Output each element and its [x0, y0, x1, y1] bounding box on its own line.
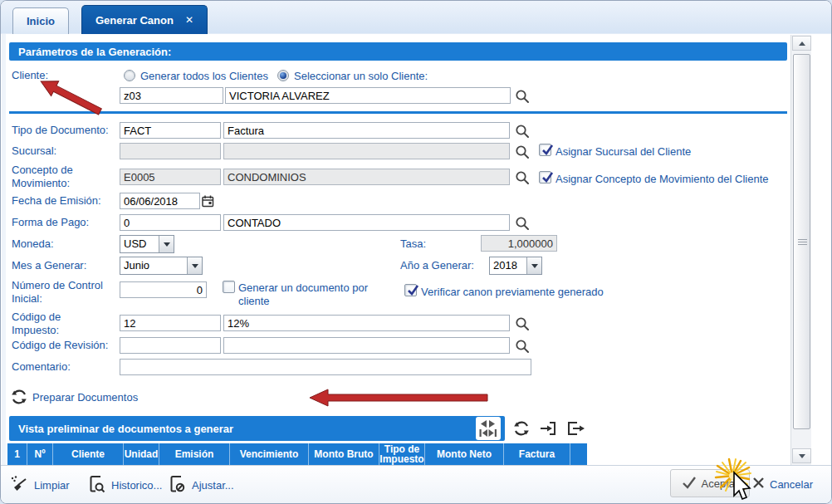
- column-header[interactable]: Emisión: [159, 443, 230, 465]
- codigo-impuesto-code-input[interactable]: [120, 315, 221, 331]
- ano-generar-value: 2018: [490, 257, 526, 274]
- import-icon[interactable]: [539, 419, 557, 441]
- asignar-concepto-checkbox[interactable]: [539, 171, 551, 183]
- codigo-impuesto-name-input[interactable]: [223, 315, 510, 331]
- forma-pago-search-icon[interactable]: [514, 215, 531, 235]
- tab-generar-canon-label: Generar Canon: [95, 14, 174, 27]
- aceptar-label: Aceptar: [702, 477, 739, 490]
- divider: [9, 111, 787, 114]
- pagination-arrows-icon[interactable]: [477, 418, 499, 438]
- forma-pago-code-input[interactable]: [120, 214, 221, 231]
- asignar-sucursal-label[interactable]: Asignar Sucursal del Cliente: [555, 145, 691, 159]
- calendar-icon[interactable]: [201, 194, 215, 212]
- arrow-up-icon: [799, 38, 805, 46]
- scroll-down-button[interactable]: [792, 448, 811, 463]
- fecha-emision-input[interactable]: [120, 193, 200, 209]
- limpiar-button[interactable]: Limpiar: [9, 472, 70, 497]
- ajustar-label: Ajustar...: [192, 479, 234, 492]
- tipo-documento-name-input[interactable]: [223, 122, 510, 139]
- forma-pago-name-input[interactable]: [223, 214, 510, 231]
- pagination-control[interactable]: [476, 417, 501, 440]
- tab-inicio[interactable]: Inicio: [12, 7, 69, 34]
- refresh-icon[interactable]: [10, 388, 28, 409]
- concepto-code-input: [120, 169, 221, 185]
- cliente-code-input[interactable]: [120, 87, 223, 104]
- sucursal-label: Sucursal:: [12, 144, 56, 158]
- numero-control-label: Número de Control Inicial:: [12, 279, 111, 306]
- doc-por-cliente-label[interactable]: Generar un documento por cliente: [238, 281, 381, 308]
- column-header[interactable]: Factura: [504, 443, 570, 465]
- asignar-sucursal-checkbox[interactable]: [539, 144, 551, 156]
- concepto-search-icon[interactable]: [514, 169, 531, 189]
- column-header[interactable]: 1: [7, 443, 27, 465]
- cliente-name-input[interactable]: [225, 87, 511, 104]
- codigo-impuesto-label: Código de Impuesto:: [12, 311, 103, 337]
- preview-header: Vista preliminar de documentos a generar: [9, 416, 505, 441]
- radio-generar-todos[interactable]: [124, 70, 135, 81]
- scroll-up-button[interactable]: [792, 36, 811, 51]
- section-header: Parámetros de la Generación:: [9, 42, 787, 61]
- checkmark-icon: [682, 476, 697, 492]
- sucursal-search-icon[interactable]: [514, 144, 531, 164]
- document-blocked-icon: [169, 474, 187, 497]
- comentario-input[interactable]: [120, 359, 531, 375]
- tab-inicio-label: Inicio: [27, 15, 55, 27]
- codigo-revision-code-input[interactable]: [120, 337, 221, 354]
- asignar-concepto-label[interactable]: Asignar Concepto de Movimiento del Clien…: [555, 173, 769, 186]
- historico-label: Historico...: [111, 479, 162, 492]
- chevron-down-icon[interactable]: [187, 257, 202, 274]
- bottom-toolbar: Limpiar Historico... Ajustar...: [1, 465, 832, 504]
- column-header[interactable]: Tipo de Impuesto: [379, 443, 425, 465]
- radio-generar-todos-label[interactable]: Generar todos los Clientes: [140, 70, 268, 83]
- preview-title: Vista preliminar de documentos a generar: [18, 423, 233, 435]
- cancelar-button[interactable]: Cancelar: [752, 472, 813, 496]
- column-header[interactable]: Unidad: [124, 443, 159, 465]
- scrollbar-thumb[interactable]: [793, 54, 810, 429]
- sucursal-code-input: [120, 143, 221, 159]
- verificar-canon-label[interactable]: Verificar canon previamente generado: [421, 286, 604, 299]
- tipo-documento-search-icon[interactable]: [514, 123, 531, 143]
- cliente-search-icon[interactable]: [514, 88, 531, 108]
- moneda-label: Moneda:: [12, 237, 54, 251]
- verificar-canon-checkbox[interactable]: [404, 284, 417, 296]
- preview-refresh-icon[interactable]: [512, 419, 531, 441]
- ajustar-button[interactable]: Ajustar...: [169, 472, 234, 497]
- column-header[interactable]: Vencimiento: [230, 443, 309, 465]
- x-icon: [752, 477, 765, 492]
- mes-generar-value: Junio: [120, 257, 187, 274]
- mes-generar-select[interactable]: Junio: [120, 257, 203, 275]
- moneda-value: USD: [120, 236, 159, 252]
- ano-generar-select[interactable]: 2018: [489, 257, 542, 275]
- export-icon[interactable]: [565, 419, 585, 441]
- doc-por-cliente-checkbox[interactable]: [223, 281, 235, 293]
- tipo-documento-code-input[interactable]: [120, 122, 221, 139]
- chevron-down-icon[interactable]: [526, 257, 541, 274]
- concepto-name-input: [223, 169, 510, 185]
- tab-bar: Inicio Generar Canon ✕: [1, 1, 831, 34]
- vertical-scrollbar[interactable]: [790, 35, 811, 465]
- moneda-select[interactable]: USD: [120, 235, 174, 253]
- tab-generar-canon[interactable]: Generar Canon ✕: [81, 5, 208, 34]
- column-header[interactable]: Monto Neto: [425, 443, 504, 465]
- column-header[interactable]: Cliente: [53, 443, 124, 465]
- aceptar-button[interactable]: Aceptar: [670, 469, 750, 497]
- close-tab-icon[interactable]: ✕: [185, 14, 193, 26]
- app-window: Inicio Generar Canon ✕ Parámetros de la …: [0, 0, 832, 504]
- radio-seleccionar-uno-label[interactable]: Seleccionar un solo Cliente:: [294, 70, 428, 83]
- numero-control-input[interactable]: [120, 281, 207, 298]
- chevron-down-icon[interactable]: [159, 236, 174, 252]
- historico-button[interactable]: Historico...: [88, 472, 162, 497]
- preparar-documentos-link[interactable]: Preparar Documentos: [32, 391, 138, 404]
- tasa-label: Tasa:: [400, 237, 426, 251]
- codigo-revision-name-input[interactable]: [223, 337, 510, 354]
- codigo-revision-search-icon[interactable]: [514, 338, 531, 358]
- column-header[interactable]: Monto Bruto: [309, 443, 379, 465]
- codigo-impuesto-search-icon[interactable]: [514, 316, 531, 335]
- cancelar-label: Cancelar: [770, 478, 813, 491]
- column-header-empty: [570, 443, 587, 465]
- column-header[interactable]: Nº: [27, 443, 53, 465]
- document-search-icon: [88, 474, 106, 497]
- comentario-label: Comentario:: [12, 360, 71, 374]
- forma-pago-label: Forma de Pago:: [12, 216, 89, 229]
- radio-seleccionar-uno[interactable]: [277, 70, 289, 81]
